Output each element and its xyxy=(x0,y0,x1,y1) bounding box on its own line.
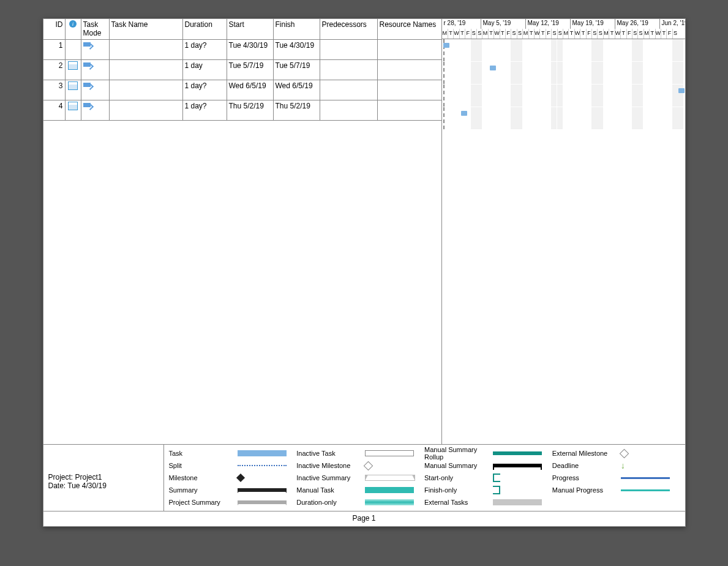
weekend-stripe xyxy=(517,39,522,61)
legend-symbol xyxy=(493,451,542,455)
legend-label: Start-only xyxy=(424,474,489,481)
task-bar xyxy=(443,43,449,48)
day-label: T xyxy=(620,29,626,39)
table-header-row: ID i Task Mode Task Name Duration Start … xyxy=(43,19,441,40)
day-label: W xyxy=(493,29,500,39)
weekend-stripe xyxy=(551,107,557,129)
legend-item xyxy=(552,496,680,508)
day-label: T xyxy=(459,29,465,39)
legend-label: Inactive Milestone xyxy=(296,462,361,469)
calendar-icon xyxy=(68,81,78,90)
col-header-task-name: Task Name xyxy=(110,19,183,39)
legend-item: Manual Summary xyxy=(424,459,552,472)
task-bar xyxy=(461,111,467,116)
week-label: May 12, '19 xyxy=(525,19,570,29)
legend-symbol xyxy=(365,462,414,469)
weekend-stripe xyxy=(597,85,602,107)
today-line xyxy=(443,107,445,129)
cell-resources xyxy=(378,60,440,80)
legend-label: Duration-only xyxy=(296,499,361,506)
legend-symbol xyxy=(493,499,542,505)
task-bar xyxy=(678,88,685,93)
cell-id: 2 xyxy=(43,60,66,80)
day-label: S xyxy=(471,29,476,39)
cell-duration: 1 day? xyxy=(183,80,227,100)
cell-predecessors xyxy=(320,80,378,100)
cell-duration: 1 day? xyxy=(183,100,227,120)
cell-task-name xyxy=(110,40,183,59)
week-label: Jun 2, '19 xyxy=(659,19,685,29)
legend-label: Task xyxy=(169,450,234,457)
table-row: 41 day?Thu 5/2/19Thu 5/2/19 xyxy=(43,100,441,121)
day-label: S xyxy=(476,29,482,39)
cell-task-mode xyxy=(81,60,110,80)
day-label: F xyxy=(586,29,591,39)
legend-symbol xyxy=(621,477,670,479)
legend-item: External Milestone xyxy=(552,447,680,459)
weekend-stripe xyxy=(591,107,597,129)
weekend-stripe xyxy=(637,39,643,61)
col-header-duration: Duration xyxy=(183,19,227,39)
weekend-stripe xyxy=(471,85,476,107)
cell-task-mode xyxy=(81,80,110,100)
manual-task-icon xyxy=(83,61,93,69)
day-label: T xyxy=(580,29,585,39)
cell-predecessors xyxy=(320,40,378,59)
cell-predecessors xyxy=(320,100,378,120)
day-label: T xyxy=(528,29,534,39)
cell-start: Thu 5/2/19 xyxy=(227,100,274,120)
weekend-stripe xyxy=(637,62,643,84)
weekend-stripe xyxy=(476,85,482,107)
day-label: F xyxy=(546,29,551,39)
weekend-stripe xyxy=(557,39,563,61)
cell-resources xyxy=(378,40,440,59)
day-label: M xyxy=(603,29,609,39)
legend-item: External Tasks xyxy=(424,496,552,508)
weekend-stripe xyxy=(591,85,597,107)
cell-resources xyxy=(378,100,440,120)
timescale-days: MTWTFSSMTWTFSSMTWTFSSMTWTFSSMTWTFSSMTWTF… xyxy=(442,29,685,39)
weekend-stripe xyxy=(476,39,482,61)
weekend-stripe xyxy=(678,62,683,84)
cell-indicator xyxy=(66,80,81,100)
day-label: W xyxy=(574,29,580,39)
day-label: T xyxy=(649,29,655,39)
weekend-stripe xyxy=(471,62,476,84)
gantt-row xyxy=(442,39,685,62)
cell-id: 1 xyxy=(43,40,66,59)
weekend-stripe xyxy=(632,85,637,107)
day-label: S xyxy=(511,29,516,39)
content-area: ID i Task Mode Task Name Duration Start … xyxy=(43,18,686,445)
weekend-stripe xyxy=(632,107,637,129)
project-info: Project: Project1 Date: Tue 4/30/19 xyxy=(43,445,164,511)
cell-finish: Tue 4/30/19 xyxy=(274,40,320,59)
cell-task-name xyxy=(110,100,183,120)
legend-label: Split xyxy=(169,462,234,469)
cell-finish: Wed 6/5/19 xyxy=(274,80,320,100)
weekend-stripe xyxy=(597,62,602,84)
day-label: T xyxy=(539,29,545,39)
weekend-stripe xyxy=(476,107,482,129)
legend-item: Manual Task xyxy=(296,484,424,496)
weekend-stripe xyxy=(557,62,563,84)
weekend-stripe xyxy=(637,85,643,107)
weekend-stripe xyxy=(597,107,602,129)
gantt-chart: r 28, '19May 5, '19May 12, '19May 19, '1… xyxy=(442,19,685,444)
legend-symbol xyxy=(493,464,542,467)
legend-item: Finish-only xyxy=(424,484,552,496)
gantt-body xyxy=(442,39,685,130)
weekend-stripe xyxy=(471,107,476,129)
legend-label: Inactive Summary xyxy=(296,474,361,481)
calendar-icon xyxy=(68,61,78,70)
day-label: S xyxy=(551,29,557,39)
weekend-stripe xyxy=(557,107,563,129)
col-header-start: Start xyxy=(227,19,274,39)
weekend-stripe xyxy=(551,62,557,84)
weekend-stripe xyxy=(517,85,522,107)
cell-task-name xyxy=(110,80,183,100)
day-label: S xyxy=(672,29,678,39)
day-label: S xyxy=(637,29,643,39)
weekend-stripe xyxy=(637,107,643,129)
weekend-stripe xyxy=(678,39,683,61)
cell-duration: 1 day xyxy=(183,60,227,80)
